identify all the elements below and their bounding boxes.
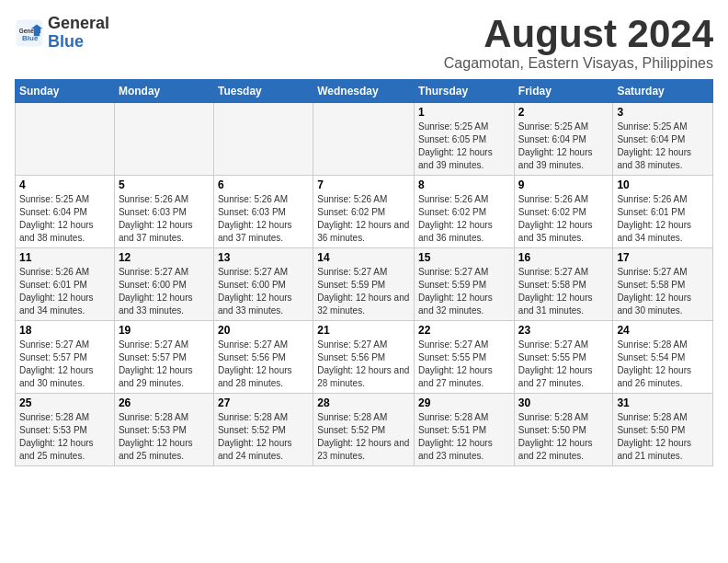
day-info: Sunrise: 5:26 AM Sunset: 6:02 PM Dayligh… (518, 193, 609, 245)
calendar-cell: 10Sunrise: 5:26 AM Sunset: 6:01 PM Dayli… (613, 176, 713, 248)
calendar-cell: 1Sunrise: 5:25 AM Sunset: 6:05 PM Daylig… (415, 103, 515, 176)
header-wednesday: Wednesday (313, 80, 415, 103)
day-number: 19 (119, 324, 210, 337)
calendar-subtitle: Cagamotan, Eastern Visayas, Philippines (444, 55, 713, 72)
header-tuesday: Tuesday (213, 80, 313, 103)
day-info: Sunrise: 5:25 AM Sunset: 6:04 PM Dayligh… (617, 121, 709, 172)
day-number: 5 (119, 178, 210, 191)
calendar-cell: 5Sunrise: 5:26 AM Sunset: 6:03 PM Daylig… (114, 176, 213, 248)
day-number: 28 (317, 396, 410, 409)
day-info: Sunrise: 5:25 AM Sunset: 6:04 PM Dayligh… (518, 121, 609, 172)
calendar-cell: 11Sunrise: 5:26 AM Sunset: 6:01 PM Dayli… (16, 248, 115, 321)
day-number: 31 (617, 396, 709, 409)
day-number: 4 (19, 178, 110, 191)
calendar-body: 1Sunrise: 5:25 AM Sunset: 6:05 PM Daylig… (16, 103, 713, 466)
calendar-cell: 31Sunrise: 5:28 AM Sunset: 5:50 PM Dayli… (613, 394, 713, 466)
day-number: 20 (218, 324, 309, 337)
logo-text-general: General (48, 15, 109, 33)
calendar-cell: 17Sunrise: 5:27 AM Sunset: 5:58 PM Dayli… (613, 248, 713, 321)
day-info: Sunrise: 5:28 AM Sunset: 5:52 PM Dayligh… (317, 411, 410, 463)
calendar-cell: 30Sunrise: 5:28 AM Sunset: 5:50 PM Dayli… (514, 394, 613, 466)
calendar-table: SundayMondayTuesdayWednesdayThursdayFrid… (15, 79, 713, 466)
day-number: 17 (617, 251, 709, 264)
day-number: 15 (418, 251, 510, 264)
calendar-cell: 19Sunrise: 5:27 AM Sunset: 5:57 PM Dayli… (114, 321, 213, 394)
day-info: Sunrise: 5:26 AM Sunset: 6:02 PM Dayligh… (317, 193, 410, 245)
day-number: 11 (19, 251, 110, 264)
calendar-cell: 15Sunrise: 5:27 AM Sunset: 5:59 PM Dayli… (415, 248, 515, 321)
calendar-week-5: 25Sunrise: 5:28 AM Sunset: 5:53 PM Dayli… (16, 394, 713, 466)
calendar-week-4: 18Sunrise: 5:27 AM Sunset: 5:57 PM Dayli… (16, 321, 713, 394)
calendar-cell: 25Sunrise: 5:28 AM Sunset: 5:53 PM Dayli… (16, 394, 115, 466)
day-info: Sunrise: 5:27 AM Sunset: 5:55 PM Dayligh… (518, 339, 609, 390)
day-number: 21 (317, 324, 410, 337)
header-thursday: Thursday (415, 80, 515, 103)
day-number: 27 (218, 396, 309, 409)
logo-text-blue: Blue (48, 33, 109, 52)
calendar-cell: 29Sunrise: 5:28 AM Sunset: 5:51 PM Dayli… (415, 394, 515, 466)
day-number: 6 (218, 178, 309, 191)
day-number: 22 (418, 324, 510, 337)
day-info: Sunrise: 5:28 AM Sunset: 5:53 PM Dayligh… (119, 411, 210, 463)
calendar-cell: 23Sunrise: 5:27 AM Sunset: 5:55 PM Dayli… (514, 321, 613, 394)
day-info: Sunrise: 5:27 AM Sunset: 5:58 PM Dayligh… (518, 266, 609, 317)
calendar-cell: 20Sunrise: 5:27 AM Sunset: 5:56 PM Dayli… (213, 321, 313, 394)
calendar-cell: 8Sunrise: 5:26 AM Sunset: 6:02 PM Daylig… (415, 176, 515, 248)
calendar-week-1: 1Sunrise: 5:25 AM Sunset: 6:05 PM Daylig… (16, 103, 713, 176)
logo: General Blue General Blue (15, 15, 109, 52)
calendar-cell (16, 103, 115, 176)
day-info: Sunrise: 5:27 AM Sunset: 5:56 PM Dayligh… (317, 339, 410, 390)
calendar-cell: 7Sunrise: 5:26 AM Sunset: 6:02 PM Daylig… (313, 176, 415, 248)
calendar-cell: 9Sunrise: 5:26 AM Sunset: 6:02 PM Daylig… (514, 176, 613, 248)
logo-icon: General Blue (15, 18, 44, 48)
calendar-cell: 21Sunrise: 5:27 AM Sunset: 5:56 PM Dayli… (313, 321, 415, 394)
day-info: Sunrise: 5:27 AM Sunset: 5:56 PM Dayligh… (218, 339, 309, 390)
day-number: 9 (518, 178, 609, 191)
day-info: Sunrise: 5:28 AM Sunset: 5:51 PM Dayligh… (418, 411, 510, 463)
day-info: Sunrise: 5:26 AM Sunset: 6:01 PM Dayligh… (19, 266, 110, 317)
day-number: 12 (119, 251, 210, 264)
day-number: 25 (19, 396, 110, 409)
calendar-title: August 2024 (444, 15, 713, 53)
calendar-cell: 4Sunrise: 5:25 AM Sunset: 6:04 PM Daylig… (16, 176, 115, 248)
day-info: Sunrise: 5:27 AM Sunset: 5:58 PM Dayligh… (617, 266, 709, 317)
day-number: 1 (418, 106, 510, 119)
day-number: 24 (617, 324, 709, 337)
calendar-cell: 3Sunrise: 5:25 AM Sunset: 6:04 PM Daylig… (613, 103, 713, 176)
day-info: Sunrise: 5:25 AM Sunset: 6:04 PM Dayligh… (19, 193, 110, 245)
title-area: August 2024 Cagamotan, Eastern Visayas, … (444, 15, 713, 72)
header-monday: Monday (114, 80, 213, 103)
calendar-cell: 16Sunrise: 5:27 AM Sunset: 5:58 PM Dayli… (514, 248, 613, 321)
header-saturday: Saturday (613, 80, 713, 103)
day-number: 8 (418, 178, 510, 191)
day-info: Sunrise: 5:28 AM Sunset: 5:54 PM Dayligh… (617, 339, 709, 390)
calendar-cell: 12Sunrise: 5:27 AM Sunset: 6:00 PM Dayli… (114, 248, 213, 321)
day-number: 7 (317, 178, 410, 191)
calendar-cell: 27Sunrise: 5:28 AM Sunset: 5:52 PM Dayli… (213, 394, 313, 466)
header-sunday: Sunday (16, 80, 115, 103)
calendar-cell: 18Sunrise: 5:27 AM Sunset: 5:57 PM Dayli… (16, 321, 115, 394)
day-number: 2 (518, 106, 609, 119)
calendar-cell: 28Sunrise: 5:28 AM Sunset: 5:52 PM Dayli… (313, 394, 415, 466)
calendar-week-2: 4Sunrise: 5:25 AM Sunset: 6:04 PM Daylig… (16, 176, 713, 248)
day-info: Sunrise: 5:28 AM Sunset: 5:53 PM Dayligh… (19, 411, 110, 463)
day-number: 10 (617, 178, 709, 191)
day-info: Sunrise: 5:28 AM Sunset: 5:50 PM Dayligh… (518, 411, 609, 463)
calendar-cell: 13Sunrise: 5:27 AM Sunset: 6:00 PM Dayli… (213, 248, 313, 321)
day-info: Sunrise: 5:27 AM Sunset: 6:00 PM Dayligh… (119, 266, 210, 317)
day-info: Sunrise: 5:27 AM Sunset: 5:55 PM Dayligh… (418, 339, 510, 390)
day-info: Sunrise: 5:26 AM Sunset: 6:02 PM Dayligh… (418, 193, 510, 245)
calendar-week-3: 11Sunrise: 5:26 AM Sunset: 6:01 PM Dayli… (16, 248, 713, 321)
day-number: 26 (119, 396, 210, 409)
day-number: 18 (19, 324, 110, 337)
day-info: Sunrise: 5:27 AM Sunset: 5:59 PM Dayligh… (418, 266, 510, 317)
day-info: Sunrise: 5:28 AM Sunset: 5:50 PM Dayligh… (617, 411, 709, 463)
calendar-cell: 26Sunrise: 5:28 AM Sunset: 5:53 PM Dayli… (114, 394, 213, 466)
calendar-cell: 2Sunrise: 5:25 AM Sunset: 6:04 PM Daylig… (514, 103, 613, 176)
day-number: 23 (518, 324, 609, 337)
calendar-cell: 22Sunrise: 5:27 AM Sunset: 5:55 PM Dayli… (415, 321, 515, 394)
calendar-cell: 6Sunrise: 5:26 AM Sunset: 6:03 PM Daylig… (213, 176, 313, 248)
calendar-cell: 24Sunrise: 5:28 AM Sunset: 5:54 PM Dayli… (613, 321, 713, 394)
day-number: 29 (418, 396, 510, 409)
calendar-header-row: SundayMondayTuesdayWednesdayThursdayFrid… (16, 80, 713, 103)
